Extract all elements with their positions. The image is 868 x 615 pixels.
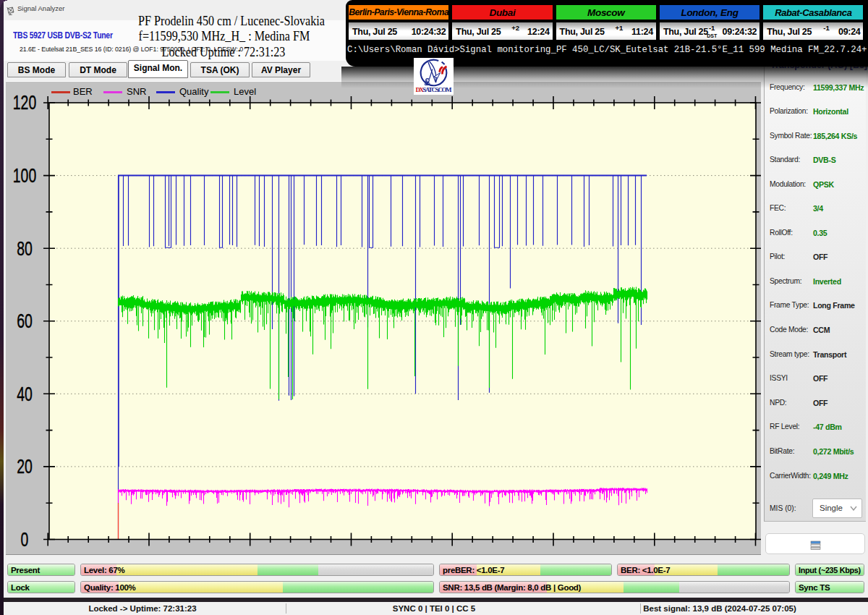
svg-text:DXSATCS.COM: DXSATCS.COM — [416, 86, 453, 93]
